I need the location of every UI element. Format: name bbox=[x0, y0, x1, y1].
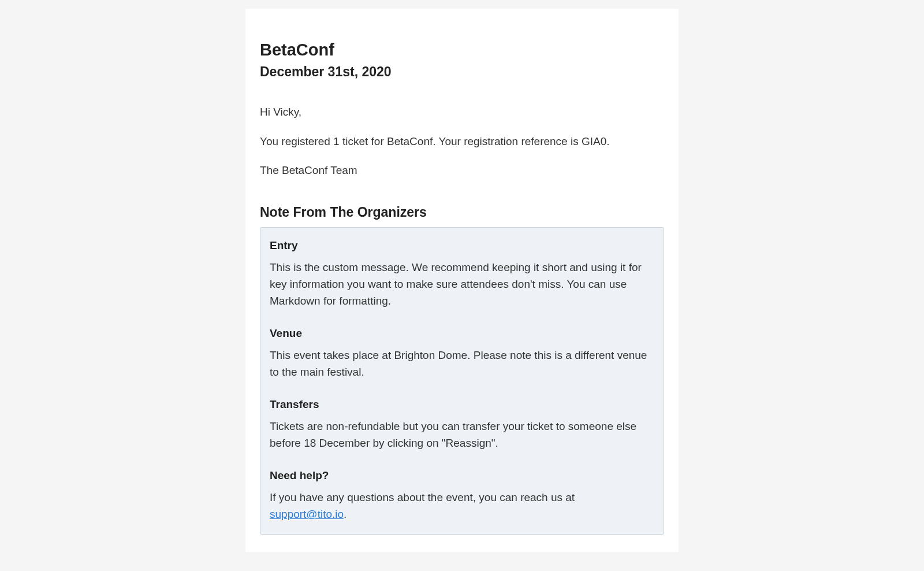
help-text: If you have any questions about the even… bbox=[270, 489, 654, 523]
event-date: December 31st, 2020 bbox=[260, 64, 664, 80]
email-container: BetaConf December 31st, 2020 Hi Vicky, Y… bbox=[245, 9, 679, 552]
event-title: BetaConf bbox=[260, 40, 664, 60]
help-suffix: . bbox=[344, 508, 346, 520]
greeting-text: Hi Vicky, bbox=[260, 104, 664, 121]
venue-text: This event takes place at Brighton Dome.… bbox=[270, 347, 654, 381]
note-heading: Note From The Organizers bbox=[260, 205, 664, 220]
venue-title: Venue bbox=[270, 327, 654, 340]
transfers-text: Tickets are non-refundable but you can t… bbox=[270, 418, 654, 452]
help-prefix: If you have any questions about the even… bbox=[270, 491, 575, 503]
signoff-text: The BetaConf Team bbox=[260, 162, 664, 179]
note-box: Entry This is the custom message. We rec… bbox=[260, 227, 664, 535]
confirmation-text: You registered 1 ticket for BetaConf. Yo… bbox=[260, 134, 664, 150]
support-email-link[interactable]: support@tito.io bbox=[270, 508, 344, 520]
entry-text: This is the custom message. We recommend… bbox=[270, 259, 654, 310]
entry-title: Entry bbox=[270, 239, 654, 252]
transfers-title: Transfers bbox=[270, 398, 654, 411]
help-title: Need help? bbox=[270, 469, 654, 482]
